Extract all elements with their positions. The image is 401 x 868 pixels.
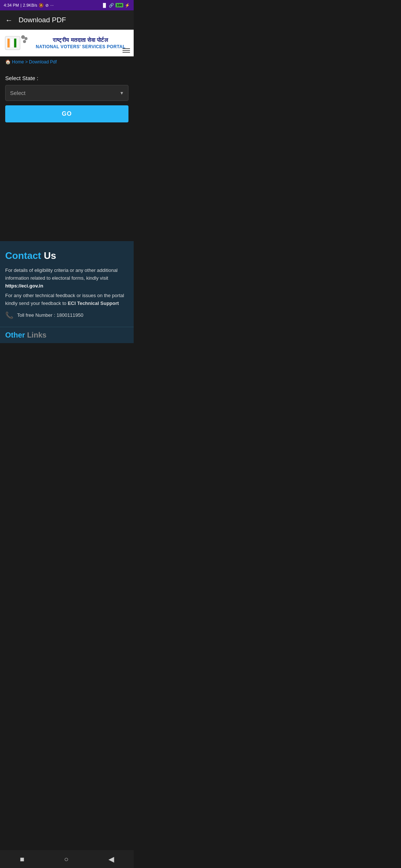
svg-rect-2 xyxy=(11,39,13,47)
time-display: 4:34 PM xyxy=(4,3,19,7)
more-icon: ··· xyxy=(50,3,53,7)
svg-point-4 xyxy=(21,35,25,39)
menu-icon[interactable] xyxy=(123,48,130,53)
back-button[interactable]: ← xyxy=(5,16,13,24)
signal-icon: ▐▌ xyxy=(101,3,107,7)
network-speed: | xyxy=(20,3,22,7)
state-select-wrapper: Select Andhra Pradesh Arunachal Pradesh … xyxy=(5,85,128,101)
breadcrumb: 🏠 Home > Download Pdf xyxy=(0,56,134,68)
state-select[interactable]: Select Andhra Pradesh Arunachal Pradesh … xyxy=(5,85,128,101)
top-bar: ← Download PDF xyxy=(0,10,134,30)
other-links-rest: Links xyxy=(27,331,46,339)
status-left: 4:34 PM | 2.9KB/s 🔕 ⊘ ··· xyxy=(4,3,54,8)
main-content: Select State : Select Andhra Pradesh Aru… xyxy=(0,68,134,130)
breadcrumb-current: Download Pdf xyxy=(29,59,57,65)
banner-text-block: राष्ट्रीय मतदाता सेवा पोर्टल NATIONAL VO… xyxy=(32,37,129,49)
dnd-icon: ⊘ xyxy=(45,3,49,8)
go-button[interactable]: GO xyxy=(5,105,128,122)
svg-point-5 xyxy=(25,37,27,40)
network-speed-value: 2.9KB/s xyxy=(23,3,38,7)
silent-icon: 🔕 xyxy=(39,3,44,8)
other-links-highlight: Other xyxy=(5,331,25,339)
eci-website-link[interactable]: https://eci.gov.in xyxy=(5,283,43,289)
select-state-label: Select State : xyxy=(5,75,128,81)
charging-icon: ⚡ xyxy=(125,3,130,8)
other-links-section: Other Links xyxy=(0,327,134,343)
contact-section: Contact Us For details of eligibility cr… xyxy=(0,241,134,327)
banner-english-text: NATIONAL VOTERS' SERVICES PORTAL xyxy=(32,44,129,49)
contact-word: Contact xyxy=(5,250,41,261)
banner-hindi-text: राष्ट्रीय मतदाता सेवा पोर्टल xyxy=(32,37,129,43)
banner: राष्ट्रीय मतदाता सेवा पोर्टल NATIONAL VO… xyxy=(0,30,134,56)
us-word: Us xyxy=(44,250,56,261)
contact-title: Contact Us xyxy=(5,250,128,262)
toll-free-row: 📞 Toll free Number : 1800111950 xyxy=(5,311,128,319)
phone-icon: 📞 xyxy=(5,311,13,319)
wifi-icon: 🔗 xyxy=(109,3,114,8)
eci-logo xyxy=(4,33,28,53)
eci-support-link[interactable]: ECI Technical Support xyxy=(68,300,119,306)
other-links-title: Other Links xyxy=(5,331,128,339)
page-title: Download PDF xyxy=(19,16,66,24)
svg-point-6 xyxy=(23,40,26,43)
contact-description2: For any other technical feedback or issu… xyxy=(5,292,128,308)
contact-description1: For details of eligibility criteria or a… xyxy=(5,267,128,290)
content-spacer xyxy=(0,130,134,241)
home-icon: 🏠 xyxy=(5,59,11,65)
battery-display: 100 xyxy=(115,3,123,7)
breadcrumb-separator: > xyxy=(25,59,29,65)
status-bar: 4:34 PM | 2.9KB/s 🔕 ⊘ ··· ▐▌ 🔗 100 ⚡ xyxy=(0,0,134,10)
toll-free-text: Toll free Number : 1800111950 xyxy=(17,312,84,318)
svg-rect-3 xyxy=(14,39,16,47)
breadcrumb-home-link[interactable]: Home xyxy=(12,59,24,65)
status-right: ▐▌ 🔗 100 ⚡ xyxy=(101,3,130,8)
svg-rect-1 xyxy=(7,39,10,47)
